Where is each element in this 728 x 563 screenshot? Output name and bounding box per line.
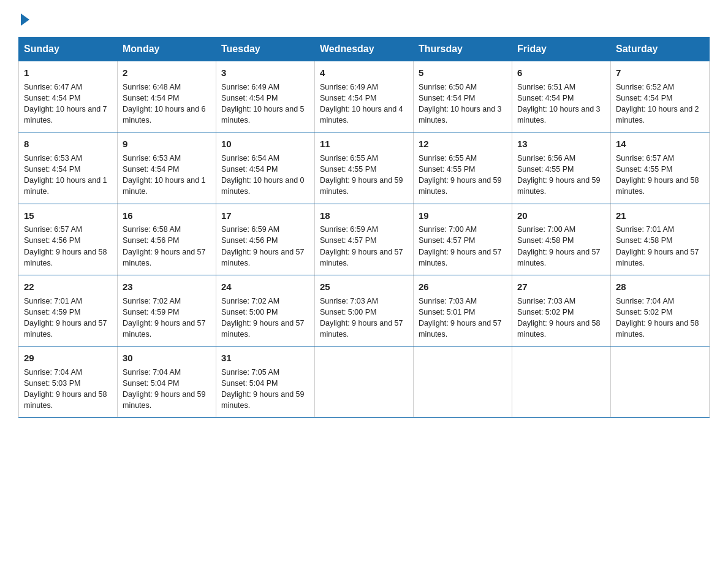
table-row: 1Sunrise: 6:47 AMSunset: 4:54 PMDaylight… <box>19 61 118 132</box>
table-row: 10Sunrise: 6:54 AMSunset: 4:54 PMDayligh… <box>216 132 315 204</box>
day-info: Sunrise: 6:54 AMSunset: 4:54 PMDaylight:… <box>221 154 305 196</box>
header-monday: Monday <box>118 37 216 61</box>
day-info: Sunrise: 7:01 AMSunset: 4:59 PMDaylight:… <box>24 297 107 339</box>
table-row <box>512 347 611 418</box>
day-info: Sunrise: 6:49 AMSunset: 4:54 PMDaylight:… <box>221 83 305 124</box>
day-number: 21 <box>616 209 704 223</box>
day-info: Sunrise: 6:53 AMSunset: 4:54 PMDaylight:… <box>24 154 107 196</box>
day-number: 25 <box>320 280 408 294</box>
day-number: 11 <box>320 137 408 151</box>
day-number: 8 <box>24 137 112 151</box>
table-row: 17Sunrise: 6:59 AMSunset: 4:56 PMDayligh… <box>216 204 315 275</box>
day-number: 2 <box>123 66 211 80</box>
day-info: Sunrise: 7:04 AMSunset: 5:03 PMDaylight:… <box>24 368 107 410</box>
day-number: 17 <box>221 209 309 223</box>
table-row: 24Sunrise: 7:02 AMSunset: 5:00 PMDayligh… <box>216 275 315 346</box>
day-info: Sunrise: 7:02 AMSunset: 5:00 PMDaylight:… <box>221 297 305 339</box>
table-row: 2Sunrise: 6:48 AMSunset: 4:54 PMDaylight… <box>118 61 216 132</box>
day-info: Sunrise: 6:55 AMSunset: 4:55 PMDaylight:… <box>320 154 403 196</box>
table-row: 7Sunrise: 6:52 AMSunset: 4:54 PMDaylight… <box>611 61 710 132</box>
table-row: 15Sunrise: 6:57 AMSunset: 4:56 PMDayligh… <box>19 204 118 275</box>
table-row <box>414 347 512 418</box>
day-info: Sunrise: 6:47 AMSunset: 4:54 PMDaylight:… <box>24 83 107 124</box>
table-row: 9Sunrise: 6:53 AMSunset: 4:54 PMDaylight… <box>118 132 216 204</box>
day-info: Sunrise: 6:55 AMSunset: 4:55 PMDaylight:… <box>419 154 502 196</box>
day-info: Sunrise: 7:03 AMSunset: 5:01 PMDaylight:… <box>419 297 502 339</box>
day-number: 28 <box>616 280 704 294</box>
table-row: 21Sunrise: 7:01 AMSunset: 4:58 PMDayligh… <box>611 204 710 275</box>
day-info: Sunrise: 7:04 AMSunset: 5:02 PMDaylight:… <box>616 297 699 339</box>
day-info: Sunrise: 7:04 AMSunset: 5:04 PMDaylight:… <box>123 368 206 410</box>
day-info: Sunrise: 7:02 AMSunset: 4:59 PMDaylight:… <box>123 297 206 339</box>
day-info: Sunrise: 6:53 AMSunset: 4:54 PMDaylight:… <box>123 154 206 196</box>
table-row: 3Sunrise: 6:49 AMSunset: 4:54 PMDaylight… <box>216 61 315 132</box>
day-number: 15 <box>24 209 112 223</box>
day-info: Sunrise: 7:00 AMSunset: 4:58 PMDaylight:… <box>517 225 601 267</box>
day-number: 20 <box>517 209 605 223</box>
day-info: Sunrise: 6:51 AMSunset: 4:54 PMDaylight:… <box>517 83 601 124</box>
day-number: 14 <box>616 137 704 151</box>
day-number: 23 <box>123 280 211 294</box>
table-row: 27Sunrise: 7:03 AMSunset: 5:02 PMDayligh… <box>512 275 611 346</box>
day-number: 9 <box>123 137 211 151</box>
table-row: 30Sunrise: 7:04 AMSunset: 5:04 PMDayligh… <box>118 347 216 418</box>
header-sunday: Sunday <box>19 37 118 61</box>
table-row: 14Sunrise: 6:57 AMSunset: 4:55 PMDayligh… <box>611 132 710 204</box>
table-row: 28Sunrise: 7:04 AMSunset: 5:02 PMDayligh… <box>611 275 710 346</box>
header-tuesday: Tuesday <box>216 37 315 61</box>
table-row <box>611 347 710 418</box>
day-info: Sunrise: 7:05 AMSunset: 5:04 PMDaylight:… <box>221 368 305 410</box>
table-row: 5Sunrise: 6:50 AMSunset: 4:54 PMDaylight… <box>414 61 512 132</box>
calendar-week-row: 1Sunrise: 6:47 AMSunset: 4:54 PMDaylight… <box>19 61 710 132</box>
day-info: Sunrise: 7:00 AMSunset: 4:57 PMDaylight:… <box>419 225 502 267</box>
day-info: Sunrise: 6:57 AMSunset: 4:56 PMDaylight:… <box>24 225 107 267</box>
logo <box>18 12 29 26</box>
day-info: Sunrise: 7:03 AMSunset: 5:00 PMDaylight:… <box>320 297 403 339</box>
weekday-header-row: Sunday Monday Tuesday Wednesday Thursday… <box>19 37 710 61</box>
day-number: 4 <box>320 66 408 80</box>
day-info: Sunrise: 6:59 AMSunset: 4:56 PMDaylight:… <box>221 225 305 267</box>
day-info: Sunrise: 6:49 AMSunset: 4:54 PMDaylight:… <box>320 83 403 124</box>
day-number: 6 <box>517 66 605 80</box>
page-header <box>18 12 710 26</box>
day-number: 24 <box>221 280 309 294</box>
day-number: 19 <box>419 209 507 223</box>
table-row: 4Sunrise: 6:49 AMSunset: 4:54 PMDaylight… <box>315 61 414 132</box>
header-saturday: Saturday <box>611 37 710 61</box>
calendar-table: Sunday Monday Tuesday Wednesday Thursday… <box>18 37 710 418</box>
day-info: Sunrise: 6:56 AMSunset: 4:55 PMDaylight:… <box>517 154 601 196</box>
calendar-week-row: 29Sunrise: 7:04 AMSunset: 5:03 PMDayligh… <box>19 347 710 418</box>
day-number: 22 <box>24 280 112 294</box>
day-info: Sunrise: 6:59 AMSunset: 4:57 PMDaylight:… <box>320 225 403 267</box>
day-number: 27 <box>517 280 605 294</box>
day-info: Sunrise: 6:52 AMSunset: 4:54 PMDaylight:… <box>616 83 699 124</box>
day-number: 13 <box>517 137 605 151</box>
calendar-week-row: 15Sunrise: 6:57 AMSunset: 4:56 PMDayligh… <box>19 204 710 275</box>
day-info: Sunrise: 6:57 AMSunset: 4:55 PMDaylight:… <box>616 154 699 196</box>
day-number: 29 <box>24 351 112 365</box>
day-number: 12 <box>419 137 507 151</box>
day-number: 18 <box>320 209 408 223</box>
calendar-week-row: 8Sunrise: 6:53 AMSunset: 4:54 PMDaylight… <box>19 132 710 204</box>
day-info: Sunrise: 7:01 AMSunset: 4:58 PMDaylight:… <box>616 225 699 267</box>
day-info: Sunrise: 7:03 AMSunset: 5:02 PMDaylight:… <box>517 297 601 339</box>
table-row: 16Sunrise: 6:58 AMSunset: 4:56 PMDayligh… <box>118 204 216 275</box>
table-row: 13Sunrise: 6:56 AMSunset: 4:55 PMDayligh… <box>512 132 611 204</box>
header-wednesday: Wednesday <box>315 37 414 61</box>
table-row: 20Sunrise: 7:00 AMSunset: 4:58 PMDayligh… <box>512 204 611 275</box>
table-row: 22Sunrise: 7:01 AMSunset: 4:59 PMDayligh… <box>19 275 118 346</box>
table-row <box>315 347 414 418</box>
table-row: 29Sunrise: 7:04 AMSunset: 5:03 PMDayligh… <box>19 347 118 418</box>
day-info: Sunrise: 6:58 AMSunset: 4:56 PMDaylight:… <box>123 225 206 267</box>
day-number: 5 <box>419 66 507 80</box>
calendar-week-row: 22Sunrise: 7:01 AMSunset: 4:59 PMDayligh… <box>19 275 710 346</box>
table-row: 12Sunrise: 6:55 AMSunset: 4:55 PMDayligh… <box>414 132 512 204</box>
table-row: 8Sunrise: 6:53 AMSunset: 4:54 PMDaylight… <box>19 132 118 204</box>
table-row: 25Sunrise: 7:03 AMSunset: 5:00 PMDayligh… <box>315 275 414 346</box>
table-row: 31Sunrise: 7:05 AMSunset: 5:04 PMDayligh… <box>216 347 315 418</box>
table-row: 19Sunrise: 7:00 AMSunset: 4:57 PMDayligh… <box>414 204 512 275</box>
day-number: 31 <box>221 351 309 365</box>
table-row: 26Sunrise: 7:03 AMSunset: 5:01 PMDayligh… <box>414 275 512 346</box>
day-number: 7 <box>616 66 704 80</box>
day-number: 3 <box>221 66 309 80</box>
